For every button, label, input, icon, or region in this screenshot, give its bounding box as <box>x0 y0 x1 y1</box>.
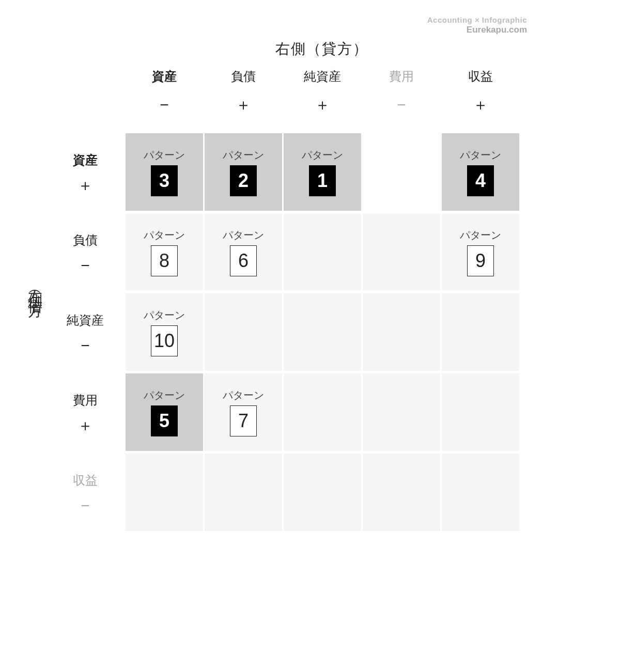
col-header-sign: ＋ <box>284 97 361 113</box>
col-header-sign: ＋ <box>205 97 282 113</box>
attribution-line2: Eurekapu.com <box>427 25 527 35</box>
col-header-label: 収益 <box>442 68 519 85</box>
cell-r2-c2 <box>284 293 361 371</box>
row-header-label: 負債 <box>52 232 119 248</box>
row-header-1: 負債− <box>52 232 119 273</box>
cell-r0-c3 <box>363 133 440 211</box>
col-header-4: 収益＋ <box>442 68 519 113</box>
row-header-sign: ＋ <box>52 418 119 433</box>
cell-r1-c4: パターン9 <box>442 213 519 291</box>
top-axis-title: 右側（貸方） <box>124 39 519 59</box>
pattern-label: パターン <box>223 148 264 162</box>
cell-r2-c0: パターン10 <box>126 293 203 371</box>
cell-r3-c2 <box>284 373 361 451</box>
cell-r3-c4 <box>442 373 519 451</box>
cell-r3-c3 <box>363 373 440 451</box>
pattern-number: 2 <box>230 165 257 196</box>
cell-r0-c1: パターン2 <box>205 133 282 211</box>
pattern-number: 4 <box>467 165 494 196</box>
cell-r4-c4 <box>442 454 519 531</box>
col-header-1: 負債＋ <box>205 68 282 113</box>
row-header-sign: − <box>52 258 119 273</box>
attribution: Accounting × Infographic Eurekapu.com <box>427 15 527 35</box>
row-header-2: 純資産− <box>52 312 119 353</box>
cell-r2-c3 <box>363 293 440 371</box>
pattern-label: パターン <box>302 148 343 162</box>
row-header-sign: − <box>52 338 119 353</box>
pattern-label: パターン <box>223 388 264 402</box>
col-header-2: 純資産＋ <box>284 68 361 113</box>
pattern-label: パターン <box>460 228 501 242</box>
cell-r4-c2 <box>284 454 361 531</box>
col-header-label: 負債 <box>205 68 282 85</box>
row-header-0: 資産＋ <box>52 152 119 193</box>
pattern-number: 5 <box>151 405 178 436</box>
cell-r4-c3 <box>363 454 440 531</box>
cell-r2-c1 <box>205 293 282 371</box>
pattern-number: 8 <box>151 245 178 276</box>
attribution-line1: Accounting × Infographic <box>427 15 527 25</box>
pattern-number: 3 <box>151 165 178 196</box>
row-header-label: 資産 <box>52 152 119 168</box>
cell-r1-c2 <box>284 213 361 291</box>
row-header-label: 収益 <box>52 472 119 489</box>
col-header-label: 費用 <box>363 68 440 85</box>
col-header-sign: − <box>363 97 440 113</box>
cell-r2-c4 <box>442 293 519 371</box>
pattern-label: パターン <box>144 388 185 402</box>
side-axis-title: 左側（借方） <box>25 279 44 298</box>
row-header-4: 収益− <box>52 472 119 513</box>
row-header-3: 費用＋ <box>52 392 119 433</box>
cell-r1-c0: パターン8 <box>126 213 203 291</box>
cell-r3-c1: パターン7 <box>205 373 282 451</box>
cell-r3-c0: パターン5 <box>126 373 203 451</box>
cell-r4-c1 <box>205 454 282 531</box>
col-header-3: 費用− <box>363 68 440 113</box>
col-header-sign: − <box>126 97 203 113</box>
row-header-label: 純資産 <box>52 312 119 329</box>
cell-r1-c1: パターン6 <box>205 213 282 291</box>
row-header-label: 費用 <box>52 392 119 409</box>
pattern-number: 9 <box>467 245 494 276</box>
cell-r0-c2: パターン1 <box>284 133 361 211</box>
pattern-number: 6 <box>230 245 257 276</box>
pattern-number: 1 <box>309 165 336 196</box>
cell-r4-c0 <box>126 454 203 531</box>
col-header-label: 資産 <box>126 68 203 85</box>
pattern-number: 7 <box>230 405 257 436</box>
pattern-label: パターン <box>460 148 501 162</box>
cell-r0-c0: パターン3 <box>126 133 203 211</box>
pattern-label: パターン <box>144 228 185 242</box>
row-header-sign: − <box>52 498 119 513</box>
row-header-sign: ＋ <box>52 178 119 193</box>
col-header-label: 純資産 <box>284 68 361 85</box>
cell-r1-c3 <box>363 213 440 291</box>
col-header-0: 資産− <box>126 68 203 113</box>
col-header-sign: ＋ <box>442 97 519 113</box>
pattern-number: 10 <box>151 325 178 356</box>
cell-r0-c4: パターン4 <box>442 133 519 211</box>
pattern-label: パターン <box>223 228 264 242</box>
pattern-label: パターン <box>144 308 185 322</box>
pattern-label: パターン <box>144 148 185 162</box>
